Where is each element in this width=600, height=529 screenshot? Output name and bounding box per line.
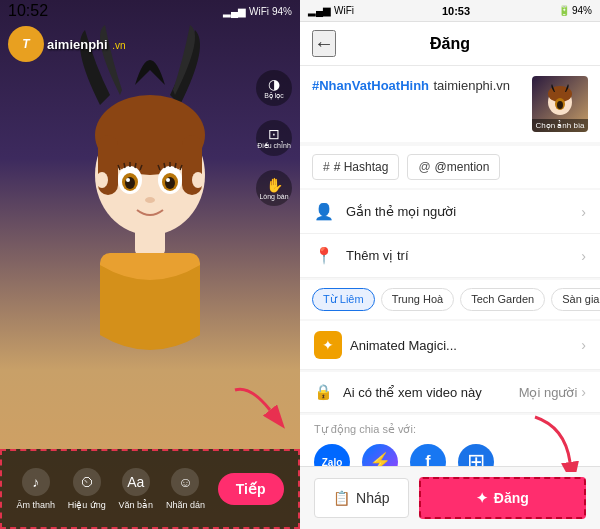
privacy-text: Ai có thể xem video này	[343, 385, 519, 400]
logo-letter: T	[22, 37, 29, 51]
lock-icon: 🔒	[314, 383, 333, 401]
effect-name: Animated Magici...	[350, 338, 581, 353]
hashtag-button[interactable]: # # Hashtag	[312, 154, 399, 180]
adjust-button[interactable]: ⊡ Điều chỉnh	[256, 120, 292, 156]
svg-point-11	[126, 178, 130, 182]
palm-button[interactable]: ✋ Lòng bàn	[256, 170, 292, 206]
effect-label: Hiệu ứng	[68, 500, 106, 510]
next-button[interactable]: Tiếp	[218, 473, 284, 505]
facebook-icon: f	[425, 453, 430, 466]
effect-clock-icon: ⏲	[73, 468, 101, 496]
bottom-toolbar: ♪ Âm thanh ⏲ Hiệu ứng Aa Văn bản ☺ Nhãn …	[0, 449, 300, 529]
mention-label: @mention	[435, 160, 490, 174]
chip-trunghoa[interactable]: Trung Hoà	[381, 288, 455, 311]
status-icons-left: ▂▄▆ WiFi 94%	[223, 6, 292, 17]
post-text-section: #NhanVatHoatHinh taimienphi.vn Chọn ảnh …	[300, 66, 600, 142]
publish-button[interactable]: ✦ Đăng	[419, 477, 586, 519]
sticker-label: Nhãn dán	[166, 500, 205, 510]
zalo-share-button[interactable]: Zalo	[314, 444, 350, 466]
effect-icon-box: ✦	[314, 331, 342, 359]
mention-button[interactable]: @ @mention	[407, 154, 500, 180]
bottom-actions: 📋 Nháp ✦ Đăng	[300, 466, 600, 529]
back-button[interactable]: ←	[312, 30, 336, 57]
logo-vn: .vn	[112, 40, 125, 51]
add-location-text: Thêm vị trí	[346, 248, 581, 263]
svg-point-22	[557, 101, 563, 109]
publish-label: Đăng	[494, 490, 529, 506]
tag-people-text: Gắn thẻ mọi người	[346, 204, 581, 219]
palm-label: Lòng bàn	[259, 193, 288, 200]
wifi-right-icon: WiFi	[334, 5, 354, 16]
privacy-value: Mọi người	[519, 385, 578, 400]
messenger-icon: ⚡	[369, 451, 391, 466]
more-icon: ⊞	[467, 451, 485, 466]
chevron-effect-icon: ›	[581, 337, 586, 353]
zalo-label: Zalo	[322, 457, 343, 467]
text-label: Văn bản	[119, 500, 154, 510]
filter-button[interactable]: ◑ Bộ lọc	[256, 70, 292, 106]
logo-name: aimienphi	[47, 37, 108, 52]
messenger-share-button[interactable]: ⚡	[362, 444, 398, 466]
hashtag-label: # Hashtag	[334, 160, 389, 174]
svg-point-12	[166, 178, 170, 182]
logo-circle: T	[8, 26, 44, 62]
wifi-icon: WiFi	[249, 6, 269, 17]
person-icon: 👤	[314, 202, 336, 221]
text-button[interactable]: Aa Văn bản	[119, 468, 154, 510]
animated-icon: ✦	[322, 337, 334, 353]
right-side-icons: ◑ Bộ lọc ⊡ Điều chỉnh ✋ Lòng bàn	[256, 70, 292, 206]
filter-icon: ◑	[268, 76, 280, 92]
add-location-row[interactable]: 📍 Thêm vị trí ›	[300, 234, 600, 278]
header-right: ← Đăng	[300, 22, 600, 66]
chip-san[interactable]: Sàn giao dịch Bất ...	[551, 288, 600, 311]
svg-point-15	[192, 172, 204, 188]
post-thumbnail[interactable]: Chọn ảnh bìa	[532, 76, 588, 132]
status-bar-right: ▂▄▆ WiFi 10:53 🔋 94%	[300, 0, 600, 22]
logo-text-block: aimienphi .vn	[47, 35, 125, 53]
publish-icon: ✦	[476, 490, 488, 506]
draft-label: Nháp	[356, 490, 389, 506]
palm-icon: ✋	[266, 177, 283, 193]
battery-icon-right: 🔋	[558, 5, 570, 16]
chevron-right-icon: ›	[581, 204, 586, 220]
hashtag-icon: #	[323, 160, 330, 174]
effect-row[interactable]: ✦ Animated Magici... ›	[300, 321, 600, 370]
time-right: 10:53	[442, 5, 470, 17]
draft-button[interactable]: 📋 Nháp	[314, 478, 409, 518]
adjust-icon: ⊡	[268, 126, 280, 142]
status-bar-left: 10:52 ▂▄▆ WiFi 94%	[0, 0, 300, 22]
time-left: 10:52	[8, 2, 48, 20]
sound-button[interactable]: ♪ Âm thanh	[16, 468, 55, 510]
svg-point-14	[96, 172, 108, 188]
post-text-content: #NhanVatHoatHinh taimienphi.vn	[312, 76, 524, 94]
right-panel: ▂▄▆ WiFi 10:53 🔋 94% ← Đăng #NhanVatHoat…	[300, 0, 600, 529]
tag-row: # # Hashtag @ @mention	[300, 146, 600, 188]
content-area: #NhanVatHoatHinh taimienphi.vn Chọn ảnh …	[300, 66, 600, 466]
draft-icon: 📋	[333, 490, 350, 506]
left-panel: 10:52 ▂▄▆ WiFi 94% T aimienphi .vn ◑ Bộ …	[0, 0, 300, 529]
chip-techgarden[interactable]: Tech Garden	[460, 288, 545, 311]
svg-point-13	[145, 197, 155, 203]
svg-rect-16	[135, 225, 165, 255]
page-title: Đăng	[430, 35, 470, 53]
effect-button[interactable]: ⏲ Hiệu ứng	[68, 468, 106, 510]
tag-people-row[interactable]: 👤 Gắn thẻ mọi người ›	[300, 190, 600, 234]
cover-label: Chọn ảnh bìa	[532, 119, 588, 132]
chip-tuliem[interactable]: Từ Liêm	[312, 288, 375, 311]
more-share-button[interactable]: ⊞	[458, 444, 494, 466]
adjust-label: Điều chỉnh	[257, 142, 291, 150]
signal-right-icon: ▂▄▆	[308, 5, 331, 16]
location-icon: 📍	[314, 246, 336, 265]
sound-label: Âm thanh	[16, 500, 55, 510]
sticker-button[interactable]: ☺ Nhãn dán	[166, 468, 205, 510]
privacy-row[interactable]: 🔒 Ai có thể xem video này Mọi người ›	[300, 372, 600, 413]
logo: T aimienphi .vn	[8, 26, 125, 62]
signal-icon: ▂▄▆	[223, 6, 246, 17]
chevron-privacy-icon: ›	[581, 384, 586, 400]
signal-wifi-right: ▂▄▆ WiFi	[308, 5, 354, 16]
chevron-right-location-icon: ›	[581, 248, 586, 264]
facebook-share-button[interactable]: f	[410, 444, 446, 466]
battery-right: 94%	[572, 5, 592, 16]
right-arrow-wrapper	[525, 412, 580, 476]
text-icon: Aa	[122, 468, 150, 496]
